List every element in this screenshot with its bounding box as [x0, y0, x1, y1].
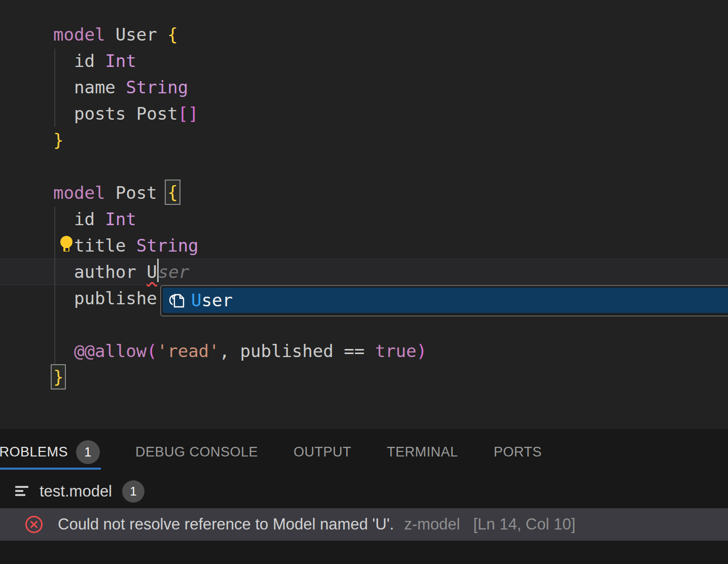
tab-label: OUTPUT: [294, 444, 351, 460]
code-line[interactable]: author User: [53, 259, 427, 285]
suggest-item-label: User: [191, 290, 233, 310]
code-line[interactable]: @@allow('read', published == true): [53, 338, 427, 364]
code-token: U: [147, 262, 157, 282]
code-token: model: [53, 24, 105, 45]
code-line[interactable]: name String: [53, 74, 427, 100]
code-token: true: [375, 341, 417, 361]
code-token: id: [53, 209, 105, 229]
code-token: [365, 341, 375, 361]
code-token: name: [53, 77, 126, 97]
problem-location: [Ln 14, Col 10]: [473, 515, 575, 534]
code-token: posts Post: [53, 103, 178, 124]
code-token: Post: [105, 183, 167, 203]
code-token: ==: [344, 341, 365, 361]
tab-label: PROBLEMS: [0, 444, 68, 460]
bottom-panel: PROBLEMS1DEBUG CONSOLEOUTPUTTERMINALPORT…: [0, 429, 728, 564]
code-token: id: [53, 51, 105, 71]
code-line[interactable]: [53, 153, 427, 180]
code-token: publishe: [53, 288, 157, 308]
code-token: (: [147, 341, 157, 361]
tab-ports[interactable]: PORTS: [494, 429, 542, 475]
code-token: }: [51, 364, 66, 390]
panel-tabs: PROBLEMS1DEBUG CONSOLEOUTPUTTERMINALPORT…: [0, 429, 728, 475]
code-token: Int: [105, 51, 136, 71]
code-token: @@allow: [74, 341, 147, 361]
code-token: author: [53, 262, 147, 282]
tab-debug-console[interactable]: DEBUG CONSOLE: [135, 429, 258, 475]
lightbulb-icon[interactable]: [57, 235, 76, 255]
reference-icon: [167, 291, 186, 310]
tab-terminal[interactable]: TERMINAL: [387, 429, 458, 475]
code-token: Int: [105, 209, 136, 229]
panel-empty-area: [0, 541, 728, 564]
code-token: model: [53, 183, 105, 203]
code-token: String: [136, 235, 199, 256]
tab-label: TERMINAL: [387, 444, 458, 460]
tab-label: DEBUG CONSOLE: [135, 444, 258, 460]
suggest-item-user[interactable]: User: [163, 288, 728, 313]
code-token: ): [417, 341, 427, 361]
problem-item[interactable]: Could not resolve reference to Model nam…: [0, 508, 728, 541]
problem-source: z-model: [404, 515, 460, 534]
code-token: [53, 341, 74, 361]
suggest-widget: User: [160, 285, 728, 316]
code-line[interactable]: model Post {: [53, 180, 427, 206]
code-line[interactable]: id Int: [53, 48, 427, 74]
code-token: 'read': [157, 341, 220, 361]
problems-file-badge: 1: [122, 480, 144, 503]
tab-output[interactable]: OUTPUT: [294, 429, 351, 475]
code-token: {: [165, 180, 180, 205]
code-token: User: [105, 24, 167, 45]
tab-badge: 1: [76, 440, 100, 464]
tab-problems[interactable]: PROBLEMS1: [0, 429, 100, 475]
code-token: }: [53, 130, 63, 150]
file-lines-icon: [15, 485, 29, 498]
problems-file-name: test.model: [40, 482, 112, 501]
problems-file-row[interactable]: test.model 1: [0, 475, 728, 508]
code-line[interactable]: id Int: [53, 206, 427, 232]
code-line[interactable]: title String: [53, 232, 427, 259]
problem-message: Could not resolve reference to Model nam…: [58, 515, 394, 534]
tab-label: PORTS: [494, 444, 542, 460]
code-token: String: [126, 77, 188, 97]
code-line[interactable]: }: [53, 127, 427, 153]
code-token: ser: [158, 262, 189, 282]
code-line[interactable]: model User {: [53, 21, 427, 48]
code-area[interactable]: model User { id Int name String posts Po…: [53, 21, 427, 391]
code-editor[interactable]: model User { id Int name String posts Po…: [0, 0, 728, 429]
code-token: []: [178, 103, 199, 124]
vscode-window: model User { id Int name String posts Po…: [0, 0, 728, 564]
error-icon: [24, 515, 44, 534]
code-line[interactable]: }: [53, 364, 427, 391]
code-line[interactable]: posts Post[]: [53, 100, 427, 127]
code-token: , published: [220, 341, 344, 361]
code-token: {: [167, 24, 177, 45]
